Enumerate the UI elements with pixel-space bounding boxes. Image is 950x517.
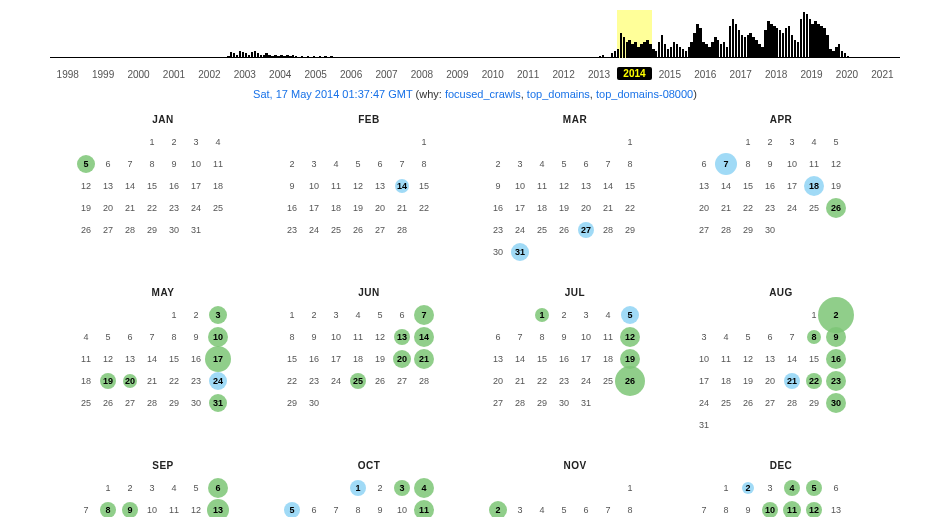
day-cell[interactable]: 29 [619,219,641,241]
day-cell[interactable]: 4 [803,131,825,153]
day-cell[interactable]: 2 [119,477,141,499]
year-axis-label[interactable]: 2004 [263,67,298,80]
day-cell[interactable]: 11 [75,348,97,370]
day-cell[interactable]: 5 [281,499,303,517]
day-cell[interactable]: 13 [759,348,781,370]
day-cell[interactable]: 4 [347,304,369,326]
day-cell[interactable]: 4 [163,477,185,499]
day-cell[interactable]: 1 [163,304,185,326]
day-cell[interactable]: 8 [619,153,641,175]
day-cell[interactable]: 7 [75,499,97,517]
day-cell[interactable]: 21 [391,197,413,219]
day-cell[interactable]: 11 [531,175,553,197]
year-axis-label[interactable]: 2010 [475,67,510,80]
day-cell[interactable]: 10 [325,326,347,348]
day-cell[interactable]: 3 [141,477,163,499]
day-cell[interactable]: 17 [185,175,207,197]
day-cell[interactable]: 18 [715,370,737,392]
day-cell[interactable]: 21 [597,197,619,219]
day-cell[interactable]: 9 [825,326,847,348]
day-cell[interactable]: 9 [281,175,303,197]
day-cell[interactable]: 19 [737,370,759,392]
day-cell[interactable]: 3 [781,131,803,153]
day-cell[interactable]: 11 [597,326,619,348]
day-cell[interactable]: 2 [303,304,325,326]
day-cell[interactable]: 9 [553,326,575,348]
day-cell[interactable]: 4 [325,153,347,175]
day-cell[interactable]: 4 [207,131,229,153]
snapshot-datetime[interactable]: Sat, 17 May 2014 01:37:47 GMT [253,88,412,100]
day-cell[interactable]: 8 [163,326,185,348]
day-cell[interactable]: 7 [141,326,163,348]
day-cell[interactable]: 16 [487,197,509,219]
day-cell[interactable]: 19 [825,175,847,197]
year-axis-label[interactable]: 2008 [404,67,439,80]
day-cell[interactable]: 4 [531,499,553,517]
day-cell[interactable]: 5 [347,153,369,175]
day-cell[interactable]: 10 [575,326,597,348]
day-cell[interactable]: 10 [509,175,531,197]
day-cell[interactable]: 7 [413,304,435,326]
day-cell[interactable]: 26 [75,219,97,241]
day-cell[interactable]: 15 [803,348,825,370]
day-cell[interactable]: 5 [97,326,119,348]
day-cell[interactable]: 21 [119,197,141,219]
day-cell[interactable]: 23 [487,219,509,241]
day-cell[interactable]: 20 [487,370,509,392]
day-cell[interactable]: 13 [487,348,509,370]
day-cell[interactable]: 21 [141,370,163,392]
day-cell[interactable]: 15 [531,348,553,370]
day-cell[interactable]: 21 [413,348,435,370]
day-cell[interactable]: 6 [575,499,597,517]
day-cell[interactable]: 2 [487,153,509,175]
day-cell[interactable]: 3 [325,304,347,326]
day-cell[interactable]: 11 [325,175,347,197]
day-cell[interactable]: 3 [207,304,229,326]
day-cell[interactable]: 9 [759,153,781,175]
day-cell[interactable]: 1 [347,477,369,499]
year-axis-label[interactable]: 2001 [156,67,191,80]
day-cell[interactable]: 23 [281,219,303,241]
day-cell[interactable]: 17 [781,175,803,197]
day-cell[interactable]: 11 [781,499,803,517]
day-cell[interactable]: 17 [325,348,347,370]
day-cell[interactable]: 8 [347,499,369,517]
day-cell[interactable]: 24 [509,219,531,241]
day-cell[interactable]: 5 [737,326,759,348]
day-cell[interactable]: 9 [737,499,759,517]
day-cell[interactable]: 25 [75,392,97,414]
day-cell[interactable]: 19 [369,348,391,370]
day-cell[interactable]: 21 [509,370,531,392]
day-cell[interactable]: 22 [619,197,641,219]
year-axis-label[interactable]: 2006 [333,67,368,80]
day-cell[interactable]: 12 [825,153,847,175]
day-cell[interactable]: 26 [347,219,369,241]
day-cell[interactable]: 8 [619,499,641,517]
day-cell[interactable]: 10 [303,175,325,197]
day-cell[interactable]: 11 [715,348,737,370]
day-cell[interactable]: 12 [97,348,119,370]
day-cell[interactable]: 10 [693,348,715,370]
why-link[interactable]: focused_crawls [445,88,521,100]
day-cell[interactable]: 23 [163,197,185,219]
day-cell[interactable]: 13 [119,348,141,370]
day-cell[interactable]: 29 [803,392,825,414]
day-cell[interactable]: 3 [759,477,781,499]
day-cell[interactable]: 25 [325,219,347,241]
day-cell[interactable]: 8 [715,499,737,517]
year-axis-label[interactable]: 2012 [546,67,581,80]
day-cell[interactable]: 5 [553,153,575,175]
day-cell[interactable]: 3 [509,153,531,175]
year-axis-label[interactable]: 2019 [794,67,829,80]
day-cell[interactable]: 6 [391,304,413,326]
day-cell[interactable]: 2 [185,304,207,326]
day-cell[interactable]: 31 [693,414,715,436]
day-cell[interactable]: 23 [303,370,325,392]
day-cell[interactable]: 11 [803,153,825,175]
day-cell[interactable]: 15 [737,175,759,197]
day-cell[interactable]: 7 [781,326,803,348]
day-cell[interactable]: 6 [693,153,715,175]
year-axis-label[interactable]: 2016 [688,67,723,80]
day-cell[interactable]: 23 [825,370,847,392]
day-cell[interactable]: 28 [509,392,531,414]
